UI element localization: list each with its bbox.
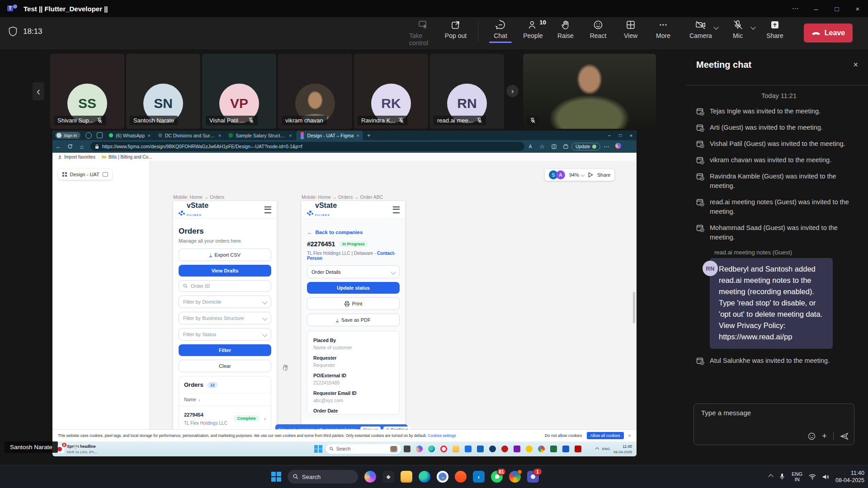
view-drafts-button[interactable]: View Drafts xyxy=(179,265,271,277)
mic-options-chevron-icon[interactable] xyxy=(750,24,755,29)
raise-hand-button[interactable]: Raise xyxy=(552,20,580,43)
browser-home-icon[interactable]: ⌂ xyxy=(76,143,88,150)
taskbar-search[interactable]: Search xyxy=(288,470,358,483)
remote-store-icon[interactable] xyxy=(465,446,472,452)
remote-tray-chevron-icon[interactable] xyxy=(595,447,599,450)
split-screen-icon[interactable] xyxy=(548,144,560,149)
cookie-close-icon[interactable]: × xyxy=(628,433,631,438)
collaborator-avatar[interactable]: A xyxy=(556,170,565,179)
more-button[interactable]: More xyxy=(649,20,677,43)
figma-share-button[interactable]: Share xyxy=(597,172,610,178)
export-csv-button[interactable]: ↓ Export CSV xyxy=(179,249,271,261)
participant-tile[interactable]: SN Santosh Narate xyxy=(126,54,200,129)
camera-button[interactable]: Camera xyxy=(688,20,713,43)
browser-minimize-button[interactable]: – xyxy=(604,133,615,138)
order-details-dropdown[interactable]: Order Details xyxy=(307,265,400,278)
tab-whatsapp[interactable]: (6) WhatsApp× xyxy=(105,131,155,140)
chat-message[interactable]: RN Redberyl and Santosh added read.ai me… xyxy=(696,258,862,349)
taskbar-chrome-icon[interactable] xyxy=(437,471,448,483)
workspaces-icon[interactable] xyxy=(85,132,92,139)
volume-icon[interactable] xyxy=(822,474,829,480)
remote-widgets-button[interactable]: 3 Sports headline KKR vs LSG, IPL... xyxy=(56,443,110,455)
browser-maximize-button[interactable]: □ xyxy=(615,133,626,138)
filter-domicile-dropdown[interactable]: Filter by Domicile xyxy=(179,296,271,308)
remote-search-box[interactable]: Search xyxy=(326,444,401,454)
filter-business-structure-dropdown[interactable]: Filter by Business Structure xyxy=(179,312,271,324)
remote-chrome-icon[interactable] xyxy=(538,446,545,452)
favorites-folder-bills[interactable]: Bills | Billing and Co... xyxy=(102,155,152,160)
zoom-level-dropdown[interactable]: 94% xyxy=(569,172,584,178)
taskbar-explorer-icon[interactable] xyxy=(401,471,412,483)
browser-refresh-icon[interactable] xyxy=(64,144,76,149)
minimize-button[interactable]: – xyxy=(806,5,826,13)
participant-tile[interactable]: SS Shivani Sup... xyxy=(50,54,124,129)
camera-options-chevron-icon[interactable] xyxy=(713,24,718,29)
leave-button[interactable]: Leave xyxy=(804,23,853,42)
new-tab-button[interactable]: + xyxy=(367,132,371,139)
remote-acrobat-icon[interactable] xyxy=(575,446,581,452)
taskbar-dark-app-icon[interactable]: ◆ xyxy=(382,471,394,483)
pop-out-button[interactable]: Pop out xyxy=(442,20,470,43)
remote-excel-icon[interactable] xyxy=(550,446,557,452)
spotlight-participant-tile[interactable] xyxy=(523,54,656,129)
wifi-icon[interactable] xyxy=(809,474,816,479)
tray-overflow-chevron-icon[interactable] xyxy=(769,474,774,479)
print-button[interactable]: Print xyxy=(307,297,400,310)
tray-mic-icon[interactable] xyxy=(779,473,785,480)
remote-norton-icon[interactable] xyxy=(526,446,533,452)
present-play-icon[interactable] xyxy=(588,172,593,178)
tab-close-icon[interactable]: × xyxy=(218,133,221,138)
attach-plus-icon[interactable]: + xyxy=(822,433,827,439)
remote-edge-icon[interactable] xyxy=(428,446,435,452)
close-button[interactable]: × xyxy=(847,5,868,13)
language-indicator[interactable]: ENGIN xyxy=(792,471,802,482)
read-aloud-icon[interactable]: A xyxy=(524,144,536,149)
titlebar-more-icon[interactable]: ⋯ xyxy=(785,5,806,13)
cookie-settings-link[interactable]: Cookies settings xyxy=(428,433,456,438)
taskbar-vscode-icon[interactable]: ‹ xyxy=(473,471,485,483)
participant-tile[interactable]: RN read.ai mee... xyxy=(430,54,504,129)
remote-opera-icon[interactable] xyxy=(440,446,447,452)
participant-tile[interactable]: RK Ravindra K... xyxy=(354,54,428,129)
figma-file-chip[interactable]: Design - UAT xyxy=(58,169,112,180)
browser-back-icon[interactable]: ← xyxy=(52,143,64,150)
order-row[interactable]: 2279454TL Flex Holdings LLC Complete › xyxy=(179,406,271,431)
figma-menu-icon[interactable] xyxy=(62,172,67,177)
remote-office-icon[interactable] xyxy=(514,446,520,452)
react-button[interactable]: React xyxy=(584,20,612,43)
send-icon[interactable] xyxy=(840,432,849,440)
remote-word-icon[interactable] xyxy=(562,446,569,452)
tab-figma-active[interactable]: Design - UAT – Figma× xyxy=(296,131,363,140)
allow-cookies-button[interactable]: Allow all cookies xyxy=(587,432,624,439)
browser-profile-button[interactable]: Sign in xyxy=(55,132,80,139)
taskbar-browser-icon[interactable] xyxy=(509,471,521,483)
chat-button[interactable]: Chat xyxy=(486,20,514,43)
address-bar[interactable]: https://www.figma.com/design/9BKQ0FOHRWa… xyxy=(90,142,524,151)
tiles-scroll-left-button[interactable]: ‹ xyxy=(33,82,44,100)
save-as-pdf-button[interactable]: ↓ Save as PDF xyxy=(307,314,400,326)
taskbar-clock[interactable]: 11:4008-04-2025 xyxy=(835,469,864,484)
remote-app-icon-navy[interactable] xyxy=(489,446,496,452)
taskbar-edge-icon[interactable] xyxy=(419,471,430,483)
deny-cookies-button[interactable]: Do not allow cookies xyxy=(545,433,582,438)
row-chevron-icon[interactable]: › xyxy=(264,415,266,422)
taskbar-brave-icon[interactable] xyxy=(455,471,467,483)
remote-lang-indicator[interactable]: ENG xyxy=(602,447,610,451)
remote-outlook-icon[interactable] xyxy=(477,446,484,452)
chat-message-input[interactable] xyxy=(700,408,838,417)
mic-button[interactable]: Mic xyxy=(725,20,750,43)
people-button[interactable]: 10 People xyxy=(519,20,547,43)
hamburger-menu-icon[interactable] xyxy=(393,206,400,213)
remote-copilot-icon[interactable] xyxy=(416,446,423,452)
share-button[interactable]: Share xyxy=(762,20,788,43)
import-favorites-button[interactable]: Import favorites xyxy=(58,155,95,160)
frame2-order-detail-screen[interactable]: vStateFILINGS ← Back to companies #22764… xyxy=(302,201,405,455)
frame2-breadcrumb[interactable]: Mobile: Home → Orders → Order ABC xyxy=(302,194,383,200)
chat-input-box[interactable]: + xyxy=(693,404,854,445)
column-header-name[interactable]: Name↓ xyxy=(179,393,271,406)
taskbar-whatsapp-icon[interactable]: 81 xyxy=(491,471,503,483)
tab-excel-sheet[interactable]: Sample Salary Structure with calc× xyxy=(225,131,296,140)
remote-mcafee-icon[interactable] xyxy=(501,446,508,452)
tab-close-icon[interactable]: × xyxy=(147,133,150,138)
view-button[interactable]: View xyxy=(617,20,645,43)
